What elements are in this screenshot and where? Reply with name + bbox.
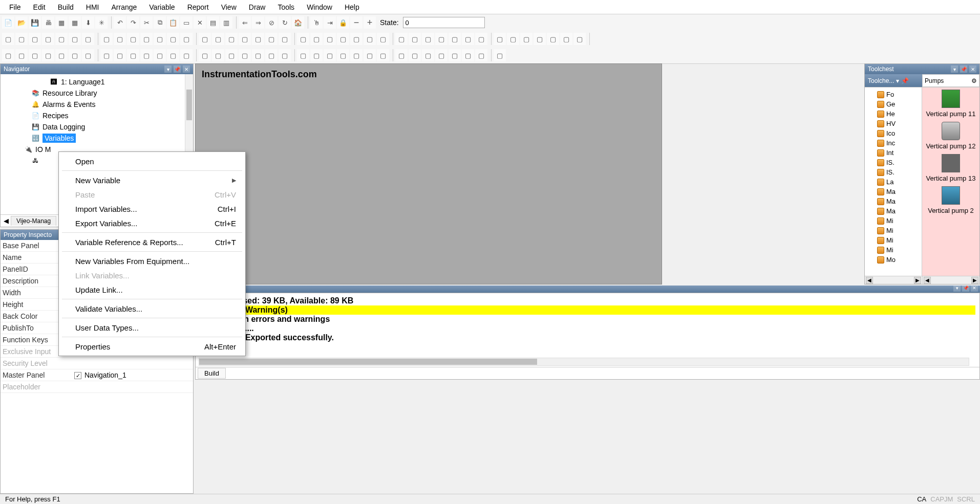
refresh-icon[interactable]: ↻ [279, 16, 291, 29]
tree-item[interactable]: 🔣Variables [1, 133, 193, 144]
pin-icon[interactable]: 📌 [962, 286, 969, 292]
tool-icon[interactable]: ▢ [337, 49, 349, 61]
tool-icon[interactable]: ▢ [167, 33, 179, 45]
tool-icon[interactable]: ⇥ [324, 16, 336, 29]
menu-window[interactable]: Window [301, 1, 338, 13]
scroll-left-icon[interactable]: ◀ [924, 277, 931, 284]
tool-icon[interactable]: ▢ [69, 49, 81, 61]
tool-icon[interactable]: ▢ [199, 49, 211, 61]
tool-icon[interactable]: ▢ [395, 49, 408, 61]
toolchest-folder[interactable]: Mi [865, 235, 922, 245]
tool-icon[interactable]: 🖱 [310, 16, 323, 29]
save-icon[interactable]: 💾 [29, 16, 41, 29]
tool-icon[interactable]: ▢ [279, 33, 291, 45]
new-icon[interactable]: 📄 [2, 16, 14, 29]
toolchest-folder[interactable]: Int [865, 148, 922, 158]
toolchest-folder[interactable]: Ma [865, 196, 922, 206]
pin-icon[interactable]: 📌 [174, 65, 181, 73]
tool-icon[interactable]: ▢ [409, 33, 421, 45]
tool-icon[interactable]: ▢ [114, 49, 126, 61]
menu-edit[interactable]: Edit [27, 1, 52, 13]
tool-icon[interactable]: ▢ [212, 33, 224, 45]
toolchest-folder[interactable]: He [865, 109, 922, 119]
tool-icon[interactable]: ▢ [265, 33, 278, 45]
scroll-right-icon[interactable]: ▶ [971, 277, 978, 284]
tool-icon[interactable]: ▢ [225, 49, 238, 61]
delete-icon[interactable]: ✕ [194, 16, 206, 29]
tool-icon[interactable]: ▢ [475, 33, 487, 45]
menu-hmi[interactable]: HMI [80, 1, 105, 13]
home-icon[interactable]: 🏠 [292, 16, 304, 29]
forward-icon[interactable]: ⇒ [252, 16, 264, 29]
scroll-right-icon[interactable]: ▶ [914, 277, 921, 284]
tool-icon[interactable]: ▢ [154, 49, 166, 61]
tool-icon[interactable]: ▢ [55, 49, 68, 61]
tool-icon[interactable]: ▤ [207, 16, 219, 29]
tool-icon[interactable]: ▢ [494, 49, 506, 61]
tool-icon[interactable]: ▢ [2, 33, 14, 45]
lock-icon[interactable]: 🔒 [337, 16, 349, 29]
tool-icon[interactable]: ▢ [29, 49, 41, 61]
tool-icon[interactable]: ▢ [547, 33, 559, 45]
toolchest-folder[interactable]: Ma [865, 187, 922, 196]
menu-tools[interactable]: Tools [271, 1, 301, 13]
scroll-left-icon[interactable]: ◀ [866, 277, 873, 284]
menu-item-variable-reference-reports[interactable]: Variable Reference & Reports...Ctrl+T [59, 235, 245, 249]
toolchest-folder[interactable]: Fo [865, 90, 922, 99]
tool-icon[interactable]: ▢ [199, 33, 211, 45]
tool-icon[interactable]: ▢ [154, 33, 166, 45]
menu-report[interactable]: Report [181, 1, 215, 13]
stop-icon[interactable]: ⊘ [265, 16, 278, 29]
menu-draw[interactable]: Draw [243, 1, 272, 13]
tool-icon[interactable]: ▢ [127, 49, 139, 61]
tool-icon[interactable]: ▢ [180, 33, 193, 45]
tool-icon[interactable]: ▢ [377, 33, 389, 45]
toolchest-folder[interactable]: Mo [865, 255, 922, 265]
tool-icon[interactable]: ▢ [127, 33, 139, 45]
toolchest-item[interactable]: Vertical pump 2 [924, 186, 977, 214]
tool-icon[interactable]: ▢ [534, 33, 546, 45]
pin-icon[interactable]: 📌 [960, 65, 967, 73]
menu-view[interactable]: View [215, 1, 243, 13]
back-icon[interactable]: ⇐ [239, 16, 251, 29]
menu-item-update-link[interactable]: Update Link... [59, 282, 245, 297]
toolchest-folder-tree[interactable]: FoGeHeHVIcoIncIntIS.IS.LaMaMaMaMiMiMiMiM… [865, 87, 922, 276]
property-row[interactable]: Security Level [1, 358, 193, 369]
tool-icon[interactable]: ▢ [364, 33, 376, 45]
tree-item[interactable]: 📚Resource Library [1, 87, 193, 99]
toolchest-folder[interactable]: Ma [865, 206, 922, 216]
tool-icon[interactable]: ▢ [239, 49, 251, 61]
minus-icon[interactable]: − [350, 16, 363, 29]
tool-icon[interactable]: ▢ [324, 49, 336, 61]
tool-icon[interactable]: ▢ [114, 33, 126, 45]
tool-icon[interactable]: ▢ [140, 33, 153, 45]
toolchest-item[interactable]: Vertical pump 13 [924, 154, 977, 182]
tool-icon[interactable]: ▦ [69, 16, 81, 29]
tool-icon[interactable]: ▢ [573, 33, 586, 45]
tool-icon[interactable]: ▢ [310, 33, 323, 45]
tool-icon[interactable]: ▢ [82, 33, 94, 45]
menu-help[interactable]: Help [338, 1, 366, 13]
menu-arrange[interactable]: Arrange [105, 1, 143, 13]
tree-item[interactable]: 📄Recipes [1, 110, 193, 121]
property-row[interactable]: Placeholder [1, 381, 193, 393]
menu-item-new-variables-from-equipment[interactable]: New Variables From Equipment... [59, 254, 245, 268]
tool-icon[interactable]: ▢ [337, 33, 349, 45]
tool-icon[interactable]: ▢ [422, 33, 434, 45]
dropdown-icon[interactable]: ▾ [951, 65, 958, 73]
toolchest-category[interactable]: Pumps ⚙ [922, 74, 979, 87]
toolchest-folder[interactable]: Mi [865, 245, 922, 255]
menu-item-export-variables[interactable]: Export Variables...Ctrl+E [59, 216, 245, 230]
close-icon[interactable]: ✕ [183, 65, 190, 73]
tool-icon[interactable]: ▢ [212, 49, 224, 61]
tool-icon[interactable]: ▢ [167, 49, 179, 61]
tree-item[interactable]: 🔔Alarms & Events [1, 99, 193, 110]
scrollbar-horizontal[interactable]: ◀ ▶ [923, 276, 980, 284]
toolchest-folder[interactable]: Ico [865, 128, 922, 138]
cut-icon[interactable]: ✂ [140, 16, 153, 29]
menu-build[interactable]: Build [52, 1, 80, 13]
tool-icon[interactable]: ▢ [297, 33, 309, 45]
close-icon[interactable]: ✕ [971, 286, 978, 292]
toolchest-folder[interactable]: IS. [865, 167, 922, 177]
property-row[interactable]: Master Panel✓Navigation_1 [1, 369, 193, 381]
